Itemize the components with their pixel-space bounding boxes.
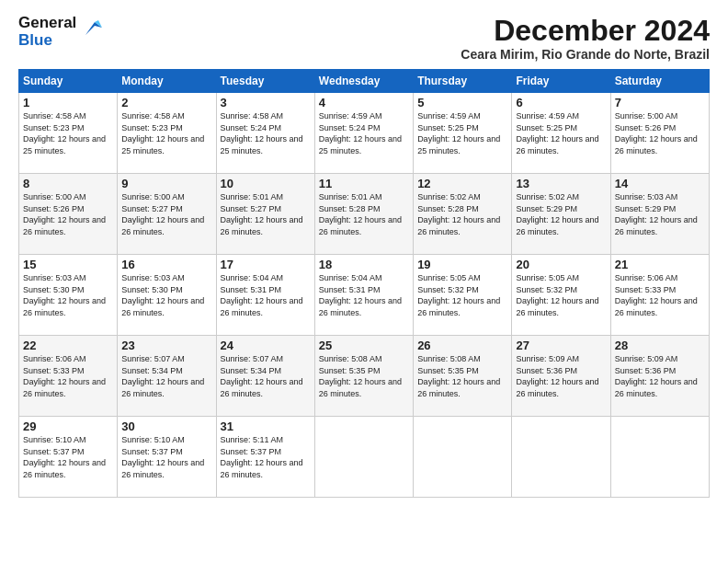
- day-number: 16: [121, 258, 211, 271]
- day-info: Sunrise: 5:00 AMSunset: 5:26 PMDaylight:…: [615, 111, 698, 155]
- weekday-saturday: Saturday: [610, 70, 709, 93]
- day-cell-19: 19 Sunrise: 5:05 AMSunset: 5:32 PMDaylig…: [414, 255, 512, 336]
- day-cell-5: 5 Sunrise: 4:59 AMSunset: 5:25 PMDayligh…: [414, 93, 512, 174]
- day-number: 2: [121, 96, 211, 109]
- day-number: 28: [615, 339, 705, 352]
- day-number: 14: [615, 177, 705, 190]
- day-number: 24: [221, 339, 311, 352]
- day-number: 6: [516, 96, 606, 109]
- day-cell-22: 22 Sunrise: 5:06 AMSunset: 5:33 PMDaylig…: [19, 336, 118, 417]
- day-number: 15: [23, 258, 113, 271]
- day-cell-9: 9 Sunrise: 5:00 AMSunset: 5:27 PMDayligh…: [118, 174, 216, 255]
- weekday-monday: Monday: [118, 70, 216, 93]
- day-info: Sunrise: 5:10 AMSunset: 5:37 PMDaylight:…: [23, 435, 106, 479]
- empty-cell-4-6: [610, 417, 709, 498]
- day-info: Sunrise: 5:04 AMSunset: 5:31 PMDaylight:…: [319, 273, 402, 317]
- day-cell-27: 27 Sunrise: 5:09 AMSunset: 5:36 PMDaylig…: [512, 336, 610, 417]
- day-info: Sunrise: 4:58 AMSunset: 5:23 PMDaylight:…: [23, 111, 106, 155]
- day-info: Sunrise: 4:59 AMSunset: 5:24 PMDaylight:…: [319, 111, 402, 155]
- week-row-3: 15 Sunrise: 5:03 AMSunset: 5:30 PMDaylig…: [19, 255, 710, 336]
- day-number: 11: [319, 177, 409, 190]
- day-cell-8: 8 Sunrise: 5:00 AMSunset: 5:26 PMDayligh…: [19, 174, 118, 255]
- day-info: Sunrise: 5:07 AMSunset: 5:34 PMDaylight:…: [121, 354, 204, 398]
- empty-cell-4-4: [414, 417, 512, 498]
- day-cell-1: 1 Sunrise: 4:58 AMSunset: 5:23 PMDayligh…: [19, 93, 118, 174]
- day-cell-21: 21 Sunrise: 5:06 AMSunset: 5:33 PMDaylig…: [610, 255, 709, 336]
- day-info: Sunrise: 4:58 AMSunset: 5:24 PMDaylight:…: [221, 111, 303, 155]
- day-number: 7: [615, 96, 705, 109]
- day-number: 3: [221, 96, 311, 109]
- day-cell-4: 4 Sunrise: 4:59 AMSunset: 5:24 PMDayligh…: [314, 93, 413, 174]
- day-cell-18: 18 Sunrise: 5:04 AMSunset: 5:31 PMDaylig…: [314, 255, 413, 336]
- day-number: 23: [121, 339, 211, 352]
- day-cell-2: 2 Sunrise: 4:58 AMSunset: 5:23 PMDayligh…: [118, 93, 216, 174]
- day-cell-29: 29 Sunrise: 5:10 AMSunset: 5:37 PMDaylig…: [19, 417, 118, 498]
- day-info: Sunrise: 5:07 AMSunset: 5:34 PMDaylight:…: [221, 354, 303, 398]
- day-number: 30: [121, 419, 211, 433]
- day-number: 21: [615, 258, 705, 271]
- day-number: 17: [221, 258, 311, 271]
- day-info: Sunrise: 5:00 AMSunset: 5:26 PMDaylight:…: [23, 192, 106, 236]
- location: Ceara Mirim, Rio Grande do Norte, Brazil: [461, 47, 710, 62]
- day-number: 5: [417, 96, 507, 109]
- day-number: 31: [221, 419, 311, 433]
- day-number: 10: [221, 177, 311, 190]
- day-cell-20: 20 Sunrise: 5:05 AMSunset: 5:32 PMDaylig…: [512, 255, 610, 336]
- day-info: Sunrise: 5:02 AMSunset: 5:29 PMDaylight:…: [516, 192, 598, 236]
- title-block: December 2024 Ceara Mirim, Rio Grande do…: [461, 15, 710, 62]
- weekday-header-row: SundayMondayTuesdayWednesdayThursdayFrid…: [19, 70, 710, 93]
- day-cell-26: 26 Sunrise: 5:08 AMSunset: 5:35 PMDaylig…: [414, 336, 512, 417]
- day-cell-6: 6 Sunrise: 4:59 AMSunset: 5:25 PMDayligh…: [512, 93, 610, 174]
- day-info: Sunrise: 5:02 AMSunset: 5:28 PMDaylight:…: [417, 192, 500, 236]
- week-row-4: 22 Sunrise: 5:06 AMSunset: 5:33 PMDaylig…: [19, 336, 710, 417]
- day-number: 13: [516, 177, 606, 190]
- day-cell-10: 10 Sunrise: 5:01 AMSunset: 5:27 PMDaylig…: [216, 174, 314, 255]
- day-cell-31: 31 Sunrise: 5:11 AMSunset: 5:37 PMDaylig…: [216, 417, 314, 498]
- day-cell-28: 28 Sunrise: 5:09 AMSunset: 5:36 PMDaylig…: [610, 336, 709, 417]
- day-info: Sunrise: 5:08 AMSunset: 5:35 PMDaylight:…: [319, 354, 402, 398]
- day-info: Sunrise: 5:05 AMSunset: 5:32 PMDaylight:…: [516, 273, 598, 317]
- day-cell-15: 15 Sunrise: 5:03 AMSunset: 5:30 PMDaylig…: [19, 255, 118, 336]
- weekday-sunday: Sunday: [19, 70, 118, 93]
- day-info: Sunrise: 5:04 AMSunset: 5:31 PMDaylight:…: [221, 273, 303, 317]
- day-info: Sunrise: 4:58 AMSunset: 5:23 PMDaylight:…: [121, 111, 204, 155]
- empty-cell-4-3: [314, 417, 413, 498]
- day-cell-16: 16 Sunrise: 5:03 AMSunset: 5:30 PMDaylig…: [118, 255, 216, 336]
- day-info: Sunrise: 5:03 AMSunset: 5:30 PMDaylight:…: [23, 273, 106, 317]
- day-cell-13: 13 Sunrise: 5:02 AMSunset: 5:29 PMDaylig…: [512, 174, 610, 255]
- day-number: 9: [121, 177, 211, 190]
- day-info: Sunrise: 5:01 AMSunset: 5:27 PMDaylight:…: [221, 192, 303, 236]
- calendar: SundayMondayTuesdayWednesdayThursdayFrid…: [18, 69, 710, 498]
- day-info: Sunrise: 5:00 AMSunset: 5:27 PMDaylight:…: [121, 192, 204, 236]
- day-number: 20: [516, 258, 606, 271]
- logo-bird-icon: [82, 18, 102, 39]
- month-title: December 2024: [461, 15, 710, 47]
- day-info: Sunrise: 5:11 AMSunset: 5:37 PMDaylight:…: [221, 435, 303, 479]
- day-info: Sunrise: 5:03 AMSunset: 5:29 PMDaylight:…: [615, 192, 698, 236]
- day-info: Sunrise: 5:09 AMSunset: 5:36 PMDaylight:…: [615, 354, 698, 398]
- weekday-tuesday: Tuesday: [216, 70, 314, 93]
- day-cell-12: 12 Sunrise: 5:02 AMSunset: 5:28 PMDaylig…: [414, 174, 512, 255]
- logo: General Blue: [18, 15, 102, 49]
- day-cell-3: 3 Sunrise: 4:58 AMSunset: 5:24 PMDayligh…: [216, 93, 314, 174]
- day-cell-24: 24 Sunrise: 5:07 AMSunset: 5:34 PMDaylig…: [216, 336, 314, 417]
- logo-wordmark: General Blue: [18, 15, 76, 49]
- header: General Blue December 2024 Ceara Mirim, …: [18, 15, 710, 62]
- day-cell-11: 11 Sunrise: 5:01 AMSunset: 5:28 PMDaylig…: [314, 174, 413, 255]
- weekday-friday: Friday: [512, 70, 610, 93]
- day-info: Sunrise: 4:59 AMSunset: 5:25 PMDaylight:…: [516, 111, 598, 155]
- day-info: Sunrise: 5:09 AMSunset: 5:36 PMDaylight:…: [516, 354, 598, 398]
- day-info: Sunrise: 5:01 AMSunset: 5:28 PMDaylight:…: [319, 192, 402, 236]
- day-number: 27: [516, 339, 606, 352]
- day-info: Sunrise: 5:03 AMSunset: 5:30 PMDaylight:…: [121, 273, 204, 317]
- day-cell-30: 30 Sunrise: 5:10 AMSunset: 5:37 PMDaylig…: [118, 417, 216, 498]
- day-cell-23: 23 Sunrise: 5:07 AMSunset: 5:34 PMDaylig…: [118, 336, 216, 417]
- empty-cell-4-5: [512, 417, 610, 498]
- day-cell-25: 25 Sunrise: 5:08 AMSunset: 5:35 PMDaylig…: [314, 336, 413, 417]
- day-info: Sunrise: 5:08 AMSunset: 5:35 PMDaylight:…: [417, 354, 500, 398]
- week-row-2: 8 Sunrise: 5:00 AMSunset: 5:26 PMDayligh…: [19, 174, 710, 255]
- weekday-wednesday: Wednesday: [314, 70, 413, 93]
- day-info: Sunrise: 5:10 AMSunset: 5:37 PMDaylight:…: [121, 435, 204, 479]
- week-row-5: 29 Sunrise: 5:10 AMSunset: 5:37 PMDaylig…: [19, 417, 710, 498]
- week-row-1: 1 Sunrise: 4:58 AMSunset: 5:23 PMDayligh…: [19, 93, 710, 174]
